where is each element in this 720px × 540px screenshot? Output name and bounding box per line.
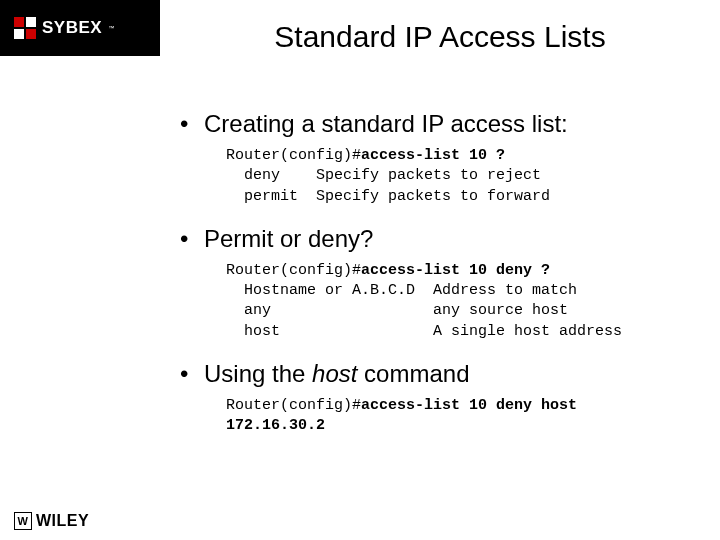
svg-rect-0 [14, 17, 24, 27]
cmd: access-list 10 deny host [361, 397, 577, 414]
wiley-icon: W [14, 512, 32, 530]
text: command [357, 360, 469, 387]
svg-rect-3 [26, 29, 36, 39]
sybex-icon [14, 17, 36, 39]
publisher-name: WILEY [36, 512, 89, 530]
prompt: Router(config)# [226, 397, 361, 414]
slide-title: Standard IP Access Lists [180, 20, 700, 54]
code-line: deny Specify packets to reject [226, 167, 541, 184]
wiley-logo: W WILEY [14, 512, 89, 530]
bullet-host: Using the host command [180, 360, 700, 388]
prompt: Router(config)# [226, 147, 361, 164]
prompt: Router(config)# [226, 262, 361, 279]
code-block-1: Router(config)#access-list 10 ? deny Spe… [226, 146, 700, 207]
trademark: ™ [108, 25, 114, 31]
bullet-permit-deny: Permit or deny? [180, 225, 700, 253]
cmd: access-list 10 deny ? [361, 262, 550, 279]
brand-name: SYBEX [42, 18, 102, 38]
cmd: 172.16.30.2 [226, 417, 325, 434]
code-line: permit Specify packets to forward [226, 188, 550, 205]
code-block-3: Router(config)#access-list 10 deny host … [226, 396, 700, 437]
cmd: access-list 10 ? [361, 147, 505, 164]
text: Using the [204, 360, 312, 387]
code-line: any any source host [226, 302, 568, 319]
host-keyword: host [312, 360, 357, 387]
footer: W WILEY [14, 512, 89, 530]
sybex-logo: SYBEX ™ [14, 17, 114, 39]
svg-rect-1 [26, 17, 36, 27]
code-line: Hostname or A.B.C.D Address to match [226, 282, 577, 299]
svg-rect-2 [14, 29, 24, 39]
code-block-2: Router(config)#access-list 10 deny ? Hos… [226, 261, 700, 342]
bullet-creating: Creating a standard IP access list: [180, 110, 700, 138]
slide-content: Creating a standard IP access list: Rout… [180, 110, 700, 454]
code-line: host A single host address [226, 323, 622, 340]
brand-bar: SYBEX ™ [0, 0, 160, 56]
